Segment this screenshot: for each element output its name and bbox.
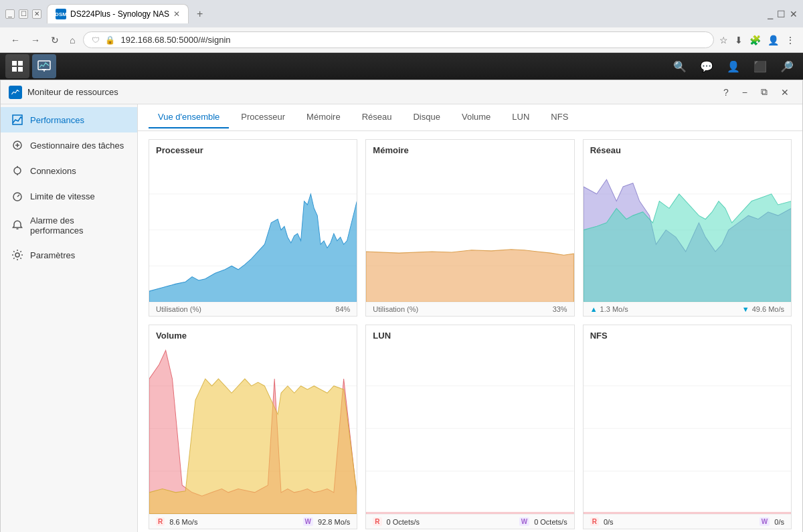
home-btn[interactable]: ⌂ [67,32,78,48]
app-close-btn[interactable]: ✕ [776,84,794,100]
reseau-upload-stat: ▲ 1.3 Mo/s [590,305,628,313]
tabs-bar: Vue d'ensemble Processeur Mémoire Réseau… [138,104,802,131]
nfs-chart-card: NFS R 0/s [583,325,792,529]
lun-chart-title: LUN [366,325,573,343]
dsm-taskbar-right: 🔍 💬 👤 ⬛ 🔎 [669,56,798,77]
tab-reseau[interactable]: Réseau [353,106,402,128]
browser-controls: ⎯ ☐ ✕ [5,9,41,19]
nfs-chart-footer: R 0/s W 0/s [584,514,791,529]
nfs-chart-title: NFS [584,325,791,343]
volume-write-stat: W 92.8 Mo/s [303,517,351,526]
browser-titlebar: ⎯ ☐ ✕ DSM DS224Plus - Synology NAS ✕ + ⎯… [0,0,803,27]
extensions-icon[interactable]: 🧩 [749,35,761,46]
dsm-grid-icon[interactable] [5,54,29,78]
tab-processeur[interactable]: Processeur [232,106,294,128]
dsm-search-icon[interactable]: 🔍 [669,56,691,77]
sidebar-item-limite[interactable]: Limite de vitesse [1,183,137,209]
lun-read-badge: R [373,517,381,526]
lun-read-stat: R 0 Octets/s [373,517,420,526]
app-titlebar: Moniteur de ressources ? − ⧉ ✕ [1,80,802,104]
dsm-user-icon[interactable]: 👤 [723,56,744,77]
bell-icon [11,219,23,232]
sidebar-item-gestionnaire[interactable]: Gestionnaire des tâches [1,132,137,158]
browser-new-tab-btn[interactable]: + [194,5,205,23]
dsm-monitor-icon[interactable] [32,54,56,78]
browser-nav: ← → ↻ ⌂ 🛡 🔒 192.168.68.50:5000/#/signin … [0,27,803,53]
app-icon [9,86,22,99]
sidebar-label-alarme: Alarme des performances [30,215,126,236]
address-bar[interactable]: 🛡 🔒 192.168.68.50:5000/#/signin [83,31,714,48]
browser-tab-icon: DSM [56,9,66,19]
volume-chart-area [149,343,357,514]
processeur-chart-footer: Utilisation (%) 84% [149,302,357,316]
forward-btn[interactable]: → [28,32,43,48]
svg-point-17 [15,253,19,257]
browser-maximize-btn[interactable]: ☐ [19,9,28,19]
browser-minimize-btn[interactable]: ⎯ [5,9,15,19]
tab-vue-ensemble[interactable]: Vue d'ensemble [149,106,229,128]
reseau-chart-card: Réseau ▲ [583,139,792,317]
tab-nfs[interactable]: NFS [541,106,577,128]
processeur-chart-title: Processeur [149,140,357,158]
plug-icon [11,165,23,177]
lun-chart-card: LUN R 0 Octets/s [365,325,574,529]
chart-icon [11,114,23,126]
gauge-icon [11,190,23,202]
tab-memoire[interactable]: Mémoire [297,106,350,128]
nfs-read-value: 0/s [604,518,614,526]
volume-read-value: 8.6 Mo/s [169,518,197,526]
browser-minimize-window-btn[interactable]: ⎯ [768,9,773,19]
memoire-chart-card: Mémoire Utilisation (%) 33% [365,139,574,317]
tab-volume[interactable]: Volume [452,106,500,128]
memoire-util-value: 33% [553,305,567,313]
app-minimize-btn[interactable]: − [737,84,753,100]
svg-rect-2 [12,67,17,72]
lock-icon: 🔒 [105,35,115,45]
reseau-download-stat: ▼ 49.6 Mo/s [742,305,784,313]
volume-chart-footer: R 8.6 Mo/s W 92.8 Mo/s [149,514,357,529]
svg-point-11 [14,167,21,174]
app-restore-btn[interactable]: ⧉ [755,84,773,100]
app-help-btn[interactable]: ? [718,84,734,100]
sidebar-label-performances: Performances [30,115,84,125]
nfs-read-badge: R [590,517,599,526]
browser-close-window-btn[interactable]: ✕ [790,9,798,19]
dsm-widgets-icon[interactable]: ⬛ [749,56,771,77]
sidebar-item-parametres[interactable]: Paramètres [1,242,137,268]
sidebar-item-connexions[interactable]: Connexions [1,158,137,183]
reseau-chart-title: Réseau [584,140,791,158]
charts-grid: Processeur Utilisation (%) [138,131,802,532]
sidebar-label-gestionnaire: Gestionnaire des tâches [30,141,124,151]
settings-icon[interactable]: ⋮ [786,35,795,46]
browser-tab[interactable]: DSM DS224Plus - Synology NAS ✕ [47,4,189,23]
browser-tab-close-icon[interactable]: ✕ [173,9,180,19]
sidebar-label-limite: Limite de vitesse [30,191,95,201]
download-arrow-icon: ▼ [742,305,749,313]
nfs-read-stat: R 0/s [590,517,614,526]
volume-chart-card: Volume R [149,325,357,529]
tab-lun[interactable]: LUN [503,106,539,128]
dsm-chat-icon[interactable]: 💬 [696,56,717,77]
sidebar-item-performances[interactable]: Performances [1,107,137,132]
svg-line-15 [17,195,19,197]
dsm-find-icon[interactable]: 🔎 [776,56,798,77]
tab-disque[interactable]: Disque [404,106,449,128]
browser-close-btn[interactable]: ✕ [32,9,41,19]
back-btn[interactable]: ← [8,32,23,48]
download-icon[interactable]: ⬇ [735,35,743,46]
browser-maximize-window-btn[interactable]: ☐ [777,9,786,19]
processeur-util-value: 84% [335,305,350,313]
app-window-controls: ? − ⧉ ✕ [718,84,794,100]
sidebar-label-connexions: Connexions [30,166,76,176]
volume-write-value: 92.8 Mo/s [318,518,350,526]
sidebar-item-alarme[interactable]: Alarme des performances [1,209,137,242]
star-icon[interactable]: ☆ [719,35,728,46]
browser-chrome: ⎯ ☐ ✕ DSM DS224Plus - Synology NAS ✕ + ⎯… [0,0,803,53]
nfs-write-value: 0/s [774,518,784,526]
refresh-btn[interactable]: ↻ [48,32,62,48]
reseau-download-value: 49.6 Mo/s [752,305,784,313]
content-area: Performances Gestionnaire des tâches Con… [1,104,802,532]
processeur-chart-area [149,158,357,302]
user-icon[interactable]: 👤 [768,35,779,46]
memoire-chart-footer: Utilisation (%) 33% [366,302,573,316]
